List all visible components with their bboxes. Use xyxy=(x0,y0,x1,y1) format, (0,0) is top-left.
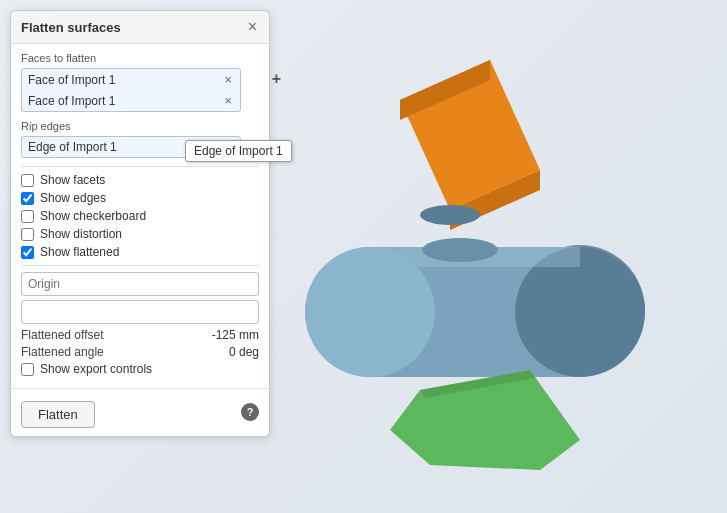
divider-2 xyxy=(21,265,259,266)
panel: Flatten surfaces × Faces to flatten Face… xyxy=(10,10,270,437)
show-edges-label[interactable]: Show edges xyxy=(40,191,106,205)
tooltip-text: Edge of Import 1 xyxy=(194,144,283,158)
show-distortion-checkbox[interactable] xyxy=(21,228,34,241)
face-item-2-label: Face of Import 1 xyxy=(28,94,115,108)
position-input[interactable]: Flattened position (mate connector) xyxy=(21,300,259,324)
offset-row: Flattened offset -125 mm xyxy=(21,328,259,342)
offset-label: Flattened offset xyxy=(21,328,104,342)
help-icon[interactable]: ? xyxy=(241,403,259,421)
show-facets-label[interactable]: Show facets xyxy=(40,173,105,187)
checkbox-row-export: Show export controls xyxy=(21,362,259,376)
show-edges-checkbox[interactable] xyxy=(21,192,34,205)
svg-point-6 xyxy=(422,238,498,262)
offset-value: -125 mm xyxy=(212,328,259,342)
list-item[interactable]: Face of Import 1 × xyxy=(22,69,240,90)
tooltip: Edge of Import 1 xyxy=(185,140,292,162)
panel-body: Faces to flatten Face of Import 1 × Face… xyxy=(11,44,269,388)
angle-label: Flattened angle xyxy=(21,345,104,359)
panel-footer: Flatten ? xyxy=(11,388,269,436)
checkbox-row-flattened: Show flattened xyxy=(21,245,259,259)
checkbox-row-distortion: Show distortion xyxy=(21,227,259,241)
face-item-1-label: Face of Import 1 xyxy=(28,73,115,87)
close-button[interactable]: × xyxy=(246,19,259,35)
faces-label: Faces to flatten xyxy=(21,52,259,64)
checkbox-row-facets: Show facets xyxy=(21,173,259,187)
angle-row: Flattened angle 0 deg xyxy=(21,345,259,359)
show-checkerboard-checkbox[interactable] xyxy=(21,210,34,223)
face-item-1-remove[interactable]: × xyxy=(222,72,234,87)
faces-listbox: Face of Import 1 × Face of Import 1 × xyxy=(21,68,241,112)
show-flattened-label[interactable]: Show flattened xyxy=(40,245,119,259)
face-item-2-remove[interactable]: × xyxy=(222,93,234,108)
svg-point-10 xyxy=(420,205,480,225)
rip-item-1-label: Edge of Import 1 xyxy=(28,140,117,154)
faces-section: Face of Import 1 × Face of Import 1 × + xyxy=(21,68,259,114)
show-export-label[interactable]: Show export controls xyxy=(40,362,152,376)
panel-header: Flatten surfaces × xyxy=(11,11,269,44)
checkbox-row-edges: Show edges xyxy=(21,191,259,205)
svg-point-5 xyxy=(305,247,435,377)
show-checkerboard-label[interactable]: Show checkerboard xyxy=(40,209,146,223)
flatten-button[interactable]: Flatten xyxy=(21,401,95,428)
divider-1 xyxy=(21,166,259,167)
checkbox-row-checkerboard: Show checkerboard xyxy=(21,209,259,223)
show-facets-checkbox[interactable] xyxy=(21,174,34,187)
angle-value: 0 deg xyxy=(229,345,259,359)
origin-input[interactable] xyxy=(21,272,259,296)
show-distortion-label[interactable]: Show distortion xyxy=(40,227,122,241)
show-flattened-checkbox[interactable] xyxy=(21,246,34,259)
rip-label: Rip edges xyxy=(21,120,259,132)
faces-add-button[interactable]: + xyxy=(272,70,281,88)
list-item[interactable]: Face of Import 1 × xyxy=(22,90,240,111)
show-export-checkbox[interactable] xyxy=(21,363,34,376)
panel-title: Flatten surfaces xyxy=(21,20,121,35)
